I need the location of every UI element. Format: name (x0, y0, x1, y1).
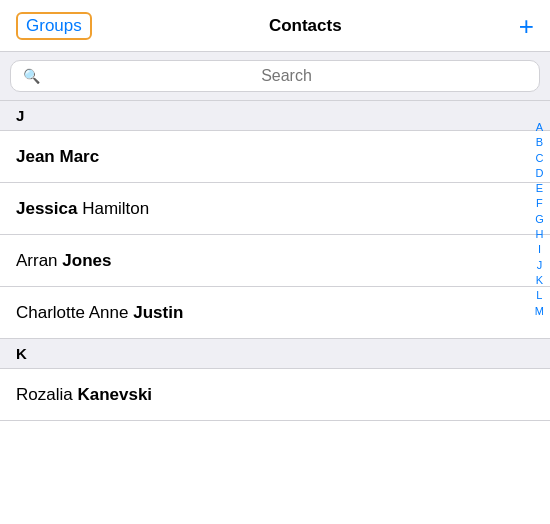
alpha-letter-k[interactable]: K (534, 273, 545, 287)
contact-first: Jessica (16, 199, 77, 218)
contact-row[interactable]: Jean Marc (0, 131, 550, 183)
contact-name: Arran Jones (16, 251, 111, 271)
contact-first: Charlotte Anne (16, 303, 133, 322)
alpha-index-sidebar: ABCDEFGHIJKLM (533, 120, 546, 318)
section-header-j: J (0, 101, 550, 131)
alpha-letter-g[interactable]: G (533, 212, 546, 226)
alpha-letter-f[interactable]: F (534, 196, 545, 210)
contact-row[interactable]: Rozalia Kanevski (0, 369, 550, 421)
contact-name: Jean Marc (16, 147, 99, 167)
contact-first: Arran (16, 251, 62, 270)
alpha-letter-h[interactable]: H (533, 227, 545, 241)
contact-row[interactable]: Charlotte Anne Justin (0, 287, 550, 339)
nav-bar: Groups Contacts + (0, 0, 550, 52)
search-bar-container: 🔍 (0, 52, 550, 101)
alpha-letter-a[interactable]: A (534, 120, 545, 134)
alpha-letter-d[interactable]: D (533, 166, 545, 180)
alpha-letter-l[interactable]: L (534, 288, 544, 302)
contact-name: Jessica Hamilton (16, 199, 149, 219)
search-input[interactable] (46, 67, 527, 85)
groups-button[interactable]: Groups (16, 12, 92, 40)
search-bar: 🔍 (10, 60, 540, 92)
alpha-letter-j[interactable]: J (535, 258, 545, 272)
section-letter-k: K (16, 345, 27, 362)
contact-name: Rozalia Kanevski (16, 385, 152, 405)
alpha-letter-m[interactable]: M (533, 304, 546, 318)
page-title: Contacts (269, 16, 342, 36)
contact-name: Charlotte Anne Justin (16, 303, 183, 323)
add-contact-button[interactable]: + (519, 13, 534, 39)
contact-last: Jones (62, 251, 111, 270)
alpha-letter-e[interactable]: E (534, 181, 545, 195)
contact-first: Rozalia (16, 385, 77, 404)
contact-last: Justin (133, 303, 183, 322)
alpha-letter-b[interactable]: B (534, 135, 545, 149)
section-header-k: K (0, 339, 550, 369)
search-icon: 🔍 (23, 68, 40, 84)
contact-last: Hamilton (77, 199, 149, 218)
contact-last: Kanevski (77, 385, 152, 404)
section-letter-j: J (16, 107, 24, 124)
contact-row[interactable]: Arran Jones (0, 235, 550, 287)
contact-first: Jean Marc (16, 147, 99, 166)
contact-row[interactable]: Jessica Hamilton (0, 183, 550, 235)
alpha-letter-i[interactable]: I (536, 242, 543, 256)
alpha-letter-c[interactable]: C (533, 151, 545, 165)
